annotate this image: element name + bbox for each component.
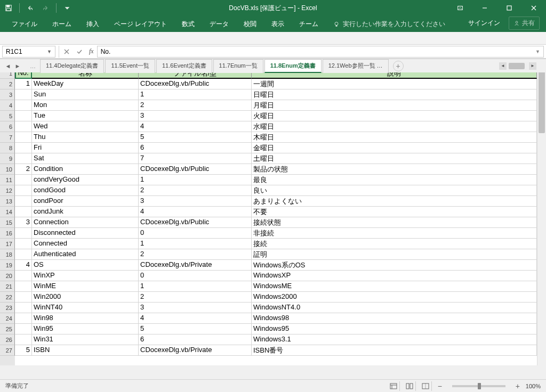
cell[interactable]: 1 xyxy=(15,79,32,89)
row-header[interactable]: 15 xyxy=(0,217,15,228)
cell[interactable]: Windows95 xyxy=(252,324,537,334)
cell[interactable]: ISBN xyxy=(32,345,139,356)
row-header[interactable]: 24 xyxy=(0,313,15,324)
cell[interactable]: 4 xyxy=(139,121,252,132)
save-icon[interactable] xyxy=(2,2,15,14)
name-box[interactable]: R1C1 ▼ xyxy=(2,46,55,58)
cell[interactable]: 3 xyxy=(15,217,32,228)
ribbon-tab-home[interactable]: ホーム xyxy=(45,17,79,32)
cell[interactable]: WinXP xyxy=(32,271,139,281)
cell[interactable]: 2 xyxy=(139,249,252,260)
row-header[interactable]: 20 xyxy=(0,271,15,281)
zoom-out-button[interactable]: − xyxy=(436,382,444,390)
cell[interactable]: あまりよくない xyxy=(252,196,537,207)
row-header[interactable]: 7 xyxy=(0,132,15,143)
row-header[interactable]: 27 xyxy=(0,345,15,356)
hscroll-thumb[interactable] xyxy=(509,63,525,69)
cell[interactable]: 5 xyxy=(139,132,252,143)
cell[interactable] xyxy=(15,239,32,249)
cell[interactable]: 5 xyxy=(15,345,32,356)
maximize-button[interactable] xyxy=(497,0,521,16)
cell[interactable]: 7 xyxy=(139,153,252,164)
cell[interactable] xyxy=(15,153,32,164)
sheet-tab[interactable]: 11.8Enum定義書 xyxy=(264,59,322,73)
cell[interactable] xyxy=(15,207,32,217)
cell[interactable]: 4 xyxy=(15,260,32,271)
cell[interactable]: Windows98 xyxy=(252,313,537,324)
cell[interactable]: 1 xyxy=(139,239,252,249)
cell[interactable]: WeekDay xyxy=(32,79,139,89)
row-header[interactable]: 5 xyxy=(0,111,15,121)
cells-grid[interactable]: No.名称ファイル名/型説明1WeekDayCDocexeDlg.vb/Publ… xyxy=(15,68,537,365)
tab-nav-next-icon[interactable]: ► xyxy=(14,62,21,70)
cell[interactable]: 0 xyxy=(139,271,252,281)
tab-overflow-left[interactable]: … xyxy=(26,63,40,69)
enter-formula-icon[interactable] xyxy=(73,46,86,58)
ribbon-display-icon[interactable] xyxy=(448,0,472,16)
cell[interactable]: 2 xyxy=(139,292,252,303)
share-button[interactable]: 共有 xyxy=(509,17,540,30)
ribbon-tab-review[interactable]: 校閲 xyxy=(236,17,264,32)
cell[interactable]: 3 xyxy=(139,303,252,313)
add-sheet-button[interactable]: + xyxy=(393,61,404,71)
row-header[interactable]: 3 xyxy=(0,89,15,100)
sheet-tab[interactable]: 12.1Web参照一覧 … xyxy=(323,59,389,73)
cell[interactable]: 火曜日 xyxy=(252,111,537,121)
cell[interactable]: Windows2000 xyxy=(252,292,537,303)
row-header[interactable]: 4 xyxy=(0,100,15,111)
cell[interactable]: Windows3.1 xyxy=(252,334,537,345)
cell[interactable]: 1 xyxy=(139,89,252,100)
cell[interactable]: 良い xyxy=(252,185,537,196)
cell[interactable]: 1 xyxy=(139,281,252,292)
cell[interactable]: Sat xyxy=(32,153,139,164)
cell[interactable]: 一週間 xyxy=(252,79,537,89)
cell[interactable]: condPoor xyxy=(32,196,139,207)
minimize-button[interactable] xyxy=(472,0,497,16)
cell[interactable]: Disconnected xyxy=(32,228,139,239)
sheet-tab[interactable]: 11.7Enum一覧 xyxy=(213,59,263,73)
row-header[interactable]: 13 xyxy=(0,196,15,207)
row-header[interactable]: 8 xyxy=(0,143,15,153)
cell[interactable]: Win2000 xyxy=(32,292,139,303)
cell[interactable] xyxy=(15,100,32,111)
cell[interactable] xyxy=(15,303,32,313)
cell[interactable] xyxy=(15,175,32,185)
cell[interactable] xyxy=(15,111,32,121)
cell[interactable] xyxy=(15,185,32,196)
ribbon-tab-formulas[interactable]: 数式 xyxy=(174,17,202,32)
row-header[interactable]: 6 xyxy=(0,121,15,132)
sheet-tab[interactable]: 11.6Event定義書 xyxy=(156,59,212,73)
cell[interactable] xyxy=(15,292,32,303)
cell[interactable]: Authenticated xyxy=(32,249,139,260)
cell[interactable]: Fri xyxy=(32,143,139,153)
cell[interactable]: Mon xyxy=(32,100,139,111)
cell[interactable]: WinNT40 xyxy=(32,303,139,313)
row-header[interactable]: 10 xyxy=(0,164,15,175)
cell[interactable]: CDocexeDlg.vb/Private xyxy=(139,260,252,271)
ribbon-tab-insert[interactable]: 挿入 xyxy=(79,17,107,32)
row-header[interactable]: 14 xyxy=(0,207,15,217)
zoom-in-button[interactable]: + xyxy=(514,382,521,390)
cell[interactable]: Connection xyxy=(32,217,139,228)
cell[interactable]: Win98 xyxy=(32,313,139,324)
cell[interactable]: WindowsXP xyxy=(252,271,537,281)
view-pagebreak-icon[interactable] xyxy=(420,381,432,391)
ribbon-tab-view[interactable]: 表示 xyxy=(264,17,292,32)
cell[interactable]: Sun xyxy=(32,89,139,100)
zoom-slider[interactable] xyxy=(452,385,505,387)
view-pagelayout-icon[interactable] xyxy=(404,381,416,391)
cell[interactable]: OS xyxy=(32,260,139,271)
formula-input[interactable]: No. ▼ xyxy=(97,46,544,58)
row-header[interactable]: 25 xyxy=(0,324,15,334)
hscroll-right-icon[interactable]: ► xyxy=(529,62,536,70)
close-button[interactable] xyxy=(521,0,546,16)
row-header[interactable]: 18 xyxy=(0,249,15,260)
cell[interactable] xyxy=(15,334,32,345)
zoom-level[interactable]: 100% xyxy=(526,383,541,389)
name-box-dropdown-icon[interactable]: ▼ xyxy=(47,49,52,54)
vertical-scrollbar-thumb[interactable] xyxy=(539,69,545,133)
sheet-tab[interactable]: 11.5Event一覧 xyxy=(105,59,155,73)
cell[interactable]: ISBN番号 xyxy=(252,345,537,356)
cell[interactable]: 2 xyxy=(139,185,252,196)
cell[interactable]: CDocexeDlg.vb/Public xyxy=(139,79,252,89)
